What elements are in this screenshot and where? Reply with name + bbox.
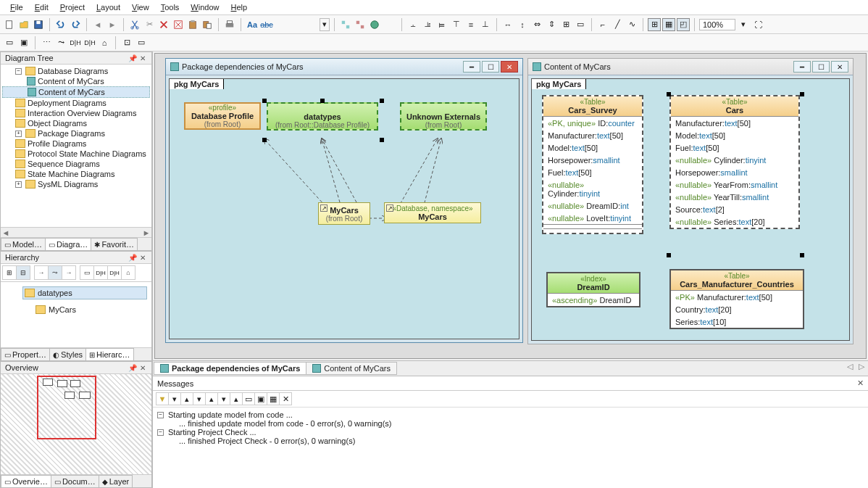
zoom-combo[interactable] [699,19,735,30]
msg-filter-icon[interactable]: ▼ [156,392,169,405]
tree-item[interactable]: Protocol State Machine Diagrams [28,149,146,158]
collapse-icon[interactable]: − [157,429,164,436]
tb2-b-icon[interactable]: ▣ [17,36,30,49]
table-cars[interactable]: «Table»Cars Manufacturer:text[50]Model:t… [669,95,800,229]
copy-icon[interactable]: ✂ [143,18,156,31]
size-h-icon[interactable]: ⇕ [545,18,558,31]
tb2-i-icon[interactable]: ▭ [135,36,148,49]
print-icon[interactable] [223,18,236,31]
menu-file[interactable]: File [4,1,29,13]
msg-btn-5[interactable]: ▴ [205,392,218,405]
diagram-canvas[interactable]: pkg MyCars «Table»Cars_Survey «PK, uniqu… [531,78,850,341]
table-row[interactable]: «PK, unique» ID:counter [543,117,642,129]
table-row[interactable]: Manufacturer:text[50] [543,129,642,141]
tab-layer[interactable]: ◆ Layer [99,475,133,487]
tab-properties[interactable]: ▭ Propert… [1,348,50,360]
dropdown-icon[interactable]: ▾ [320,18,330,31]
expand-icon[interactable]: + [15,131,22,137]
tool-a-icon[interactable] [339,18,352,31]
collapse-icon[interactable]: − [15,68,22,75]
close-icon[interactable]: ✕ [138,54,147,62]
tree-item[interactable]: Package Diagrams [38,129,105,138]
box-database-profile[interactable]: «profile» Database Profile (from Root) [184,102,261,130]
tab-diagram[interactable]: ▭ Diagra… [45,238,91,250]
minimize-button[interactable]: ━ [793,61,811,73]
selection-handle[interactable] [380,138,384,142]
table-row[interactable]: Model:text[50] [543,141,642,154]
close-icon[interactable]: ✕ [138,363,147,372]
tb2-f-icon[interactable]: D|H [83,36,96,49]
msg-btn-3[interactable]: ▴ [180,392,193,405]
selection-handle[interactable] [380,99,384,103]
table-row[interactable]: «nullable» LoveIt:tinyint [543,212,642,224]
diagram-tree[interactable]: −Database Diagrams Content of MyCars Con… [1,65,151,227]
msg-btn-2[interactable]: ▾ [168,392,181,405]
tb2-g-icon[interactable]: ⌂ [98,36,111,49]
maximize-button[interactable]: ☐ [812,61,830,73]
hier-btn-4[interactable]: ⤳ [48,265,62,280]
tab-styles[interactable]: ◐ Styles [49,348,86,360]
tab-overview[interactable]: ▭ Overvie… [1,475,51,487]
table-row[interactable]: «nullable» YearFrom:smallint [671,178,798,191]
dist-h-icon[interactable]: ↔ [501,18,514,31]
fit-icon[interactable]: ⛶ [751,18,764,31]
cut-icon[interactable] [128,18,141,31]
tb2-c-icon[interactable]: ⋯ [40,36,53,49]
selection-handle[interactable] [667,92,671,96]
box-unknown[interactable]: Unknown Externals (from Root) [400,102,487,131]
menu-help[interactable]: Help [225,1,254,13]
paste2-icon[interactable] [201,18,214,31]
line2-icon[interactable]: ╱ [611,18,624,31]
tree-item[interactable]: State Machine Diagrams [28,170,114,178]
tab-docum[interactable]: ▭ Docum… [51,475,99,487]
snap-icon[interactable]: ◰ [677,18,690,31]
close-icon[interactable]: ✕ [857,379,864,388]
line3-icon[interactable]: ∿ [625,18,638,31]
selection-handle[interactable] [320,99,325,103]
msg-btn-8[interactable]: ▭ [242,392,255,405]
close-button[interactable]: ✕ [501,61,518,73]
maximize-button[interactable]: ☐ [482,61,499,73]
msg-btn-10[interactable]: ▦ [267,392,280,405]
table-row[interactable]: Manufacturer:text[50] [671,117,798,129]
undo-icon[interactable] [54,18,67,31]
tree-root-label[interactable]: Database Diagrams [38,67,108,75]
menu-edit[interactable]: Edit [29,1,54,13]
next-icon[interactable]: ► [106,18,119,31]
paste-icon[interactable] [186,18,199,31]
diagram-canvas[interactable]: pkg MyCars «profile» Database Profile [169,78,519,339]
msg-btn-9[interactable]: ▣ [254,392,267,405]
save-icon[interactable] [32,18,45,31]
window-package-deps[interactable]: Package dependencies of MyCars ━ ☐ ✕ pkg… [165,58,523,343]
table-row[interactable]: Horsepower:smallint [543,154,642,166]
align-right-icon[interactable]: ⫢ [435,18,448,31]
hier-btn-7[interactable]: D|H [93,265,108,280]
tab-hierarchy[interactable]: ⊞ Hierarc… [85,348,133,360]
minimize-button[interactable]: ━ [463,61,480,73]
align-bot-icon[interactable]: ⊥ [479,18,492,31]
box-mycars-2[interactable]: ↗ «Database, namespace» MyCars [384,202,481,223]
msg-btn-7[interactable]: ▴ [230,392,243,405]
pin-icon[interactable]: 📌 [128,363,137,372]
doc-tab-pkgdeps[interactable]: Package dependencies of MyCars [154,362,306,375]
pin-icon[interactable]: 📌 [128,54,137,62]
tool-c-icon[interactable] [368,18,381,31]
replace-icon[interactable]: abc [260,18,273,31]
pin-icon[interactable]: 📌 [128,253,137,262]
table-row[interactable]: «nullable» DreamID:int [543,199,642,212]
window-content-mycars[interactable]: Content of MyCars ━ ☐ ✕ pkg MyCars «Tabl… [527,58,854,344]
tb2-e-icon[interactable]: D|H [69,36,82,49]
menu-project[interactable]: Project [54,1,91,13]
open-icon[interactable] [17,18,30,31]
tb2-a-icon[interactable]: ▭ [3,36,16,49]
collapse-icon[interactable]: − [157,412,164,418]
table-row[interactable]: «PK» Manufacturer:text[50] [671,291,803,303]
menu-view[interactable]: View [126,1,155,13]
msg-clear-icon[interactable]: ✕ [279,392,292,405]
tree-item[interactable]: Deployment Diagrams [28,99,107,107]
grid1-icon[interactable]: ⊞ [648,18,661,31]
doc-tab-content[interactable]: Content of MyCars [306,362,397,375]
tree-item[interactable]: Object Diagrams [28,119,87,128]
tab-next-icon[interactable]: ▷ [856,362,867,375]
grid2-icon[interactable]: ▦ [662,18,675,31]
